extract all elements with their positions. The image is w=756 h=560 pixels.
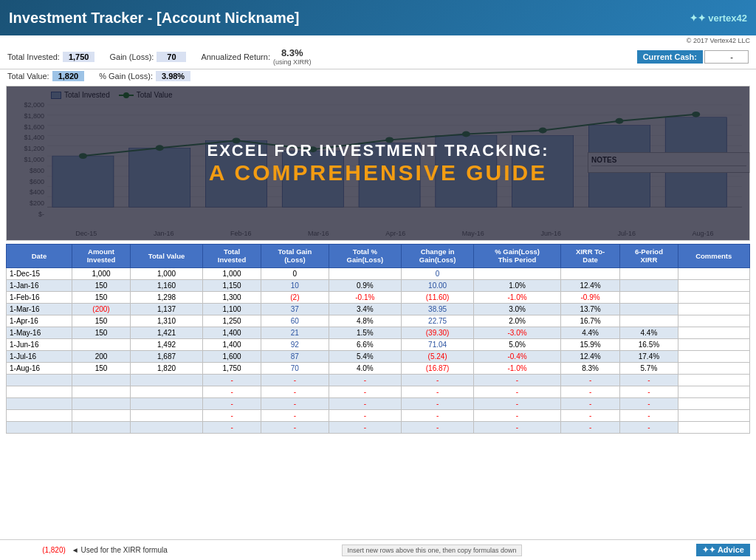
table-cell <box>474 267 561 279</box>
table-cell: 1-Aug-16 <box>7 362 72 374</box>
table-cell <box>620 267 678 279</box>
table-cell: - <box>261 409 329 421</box>
table-cell: - <box>474 386 561 397</box>
table-row: ------- <box>7 421 750 433</box>
table-cell: 70 <box>261 362 329 374</box>
table-cell: 150 <box>72 291 130 303</box>
annualized-return-sub: (using XIRR) <box>273 58 312 66</box>
table-cell: - <box>203 409 261 421</box>
table-cell <box>7 409 72 421</box>
table-row: ------- <box>7 409 750 421</box>
table-cell: -0.4% <box>474 350 561 362</box>
overlay: EXCEL FOR INVESTMENT TRACKING: A COMPREH… <box>7 86 749 240</box>
pct-gain-loss-group: % Gain (Loss): 3.98% <box>99 71 190 81</box>
table-body: 1-Dec-151,0001,0001,000001-Jan-161501,16… <box>7 267 750 433</box>
table-cell: 92 <box>261 338 329 350</box>
table-cell: 4.0% <box>329 362 401 374</box>
table-row: 1-Jan-161501,1601,150100.9%10.001.0%12.4… <box>7 279 750 291</box>
advice-icon: ✦✦ Advice <box>696 544 750 556</box>
table-cell: (16.87) <box>401 362 473 374</box>
gain-loss-group: Gain (Loss): 70 <box>109 52 186 62</box>
table-cell: 1,421 <box>131 327 203 338</box>
table-cell: 12.4% <box>560 350 620 362</box>
table-cell: 1,150 <box>203 279 261 291</box>
table-cell: 4.4% <box>560 327 620 338</box>
table-cell: 22.75 <box>401 315 473 327</box>
gain-loss-value: 70 <box>157 52 186 62</box>
table-cell: 16.7% <box>560 315 620 327</box>
table-cell: 10.00 <box>401 279 473 291</box>
table-cell <box>72 421 130 433</box>
current-cash-label: Current Cash: <box>637 50 703 64</box>
table-cell <box>131 421 203 433</box>
table-row: 1-Feb-161501,2981,300(2)-0.1%(11.60)-1.0… <box>7 291 750 303</box>
table-cell: - <box>203 374 261 386</box>
table-cell: 5.4% <box>329 350 401 362</box>
table-cell: 6.6% <box>329 338 401 350</box>
table-cell: - <box>620 409 678 421</box>
table-cell: 4.4% <box>620 327 678 338</box>
table-cell <box>678 350 750 362</box>
table-cell: 1,000 <box>131 267 203 279</box>
table-cell: - <box>401 421 473 433</box>
table-cell: (200) <box>72 303 130 315</box>
col-change-gain: Change inGain(Loss) <box>401 245 473 268</box>
summary-row1: Total Invested: 1,750 Gain (Loss): 70 An… <box>0 44 756 69</box>
total-value-value: 1,820 <box>52 71 85 81</box>
table-cell: 1.0% <box>474 279 561 291</box>
table-cell <box>678 303 750 315</box>
table-cell <box>678 374 750 386</box>
logo-text: ✦✦ vertex42 <box>690 13 747 24</box>
footer: 1-Aug-16 (1,820) ◄ Used for the XIRR for… <box>0 539 756 560</box>
table-cell: 1,000 <box>72 267 130 279</box>
col-amount: AmountInvested <box>72 245 130 268</box>
table-row: 1-May-161501,4211,400211.5%(39.30)-3.0%4… <box>7 327 750 338</box>
col-total-value: Total Value <box>131 245 203 268</box>
table-cell <box>72 338 130 350</box>
table-cell: (2) <box>261 291 329 303</box>
table-cell <box>131 386 203 397</box>
table-cell: 1,400 <box>203 327 261 338</box>
chart-container: Total Invested Total Value $2,000 $1,800… <box>6 86 750 241</box>
table-cell: 1-Feb-16 <box>7 291 72 303</box>
table-row: 1-Jun-161,4921,400926.6%71.045.0%15.9%16… <box>7 338 750 350</box>
table-cell: - <box>474 421 561 433</box>
table-cell: 150 <box>72 279 130 291</box>
table-cell <box>131 374 203 386</box>
table-row: ------- <box>7 397 750 409</box>
table-cell <box>678 327 750 338</box>
table-cell: 0 <box>261 267 329 279</box>
table-cell: 3.0% <box>474 303 561 315</box>
table-cell <box>678 362 750 374</box>
table-cell: - <box>401 374 473 386</box>
table-cell: - <box>261 421 329 433</box>
pct-gain-loss-value: 3.98% <box>156 71 190 81</box>
table-cell: - <box>329 409 401 421</box>
data-table: Date AmountInvested Total Value TotalInv… <box>6 244 750 434</box>
table-cell: 87 <box>261 350 329 362</box>
table-cell: 21 <box>261 327 329 338</box>
table-cell: 150 <box>72 362 130 374</box>
table-cell: 37 <box>261 303 329 315</box>
table-cell: - <box>620 374 678 386</box>
logo-area: ✦✦ vertex42 <box>690 13 747 24</box>
table-cell: 1-May-16 <box>7 327 72 338</box>
footer-xirr-note: ◄ Used for the XIRR formula <box>72 546 168 554</box>
table-cell: 15.9% <box>560 338 620 350</box>
table-cell <box>7 386 72 397</box>
total-invested-value: 1,750 <box>63 52 95 62</box>
total-value-group: Total Value: 1,820 <box>7 71 84 81</box>
table-cell: 1,137 <box>131 303 203 315</box>
table-cell: 1.5% <box>329 327 401 338</box>
table-cell: - <box>620 386 678 397</box>
app-header: Investment Tracker - [Account Nickname] … <box>0 0 756 35</box>
table-cell <box>7 374 72 386</box>
table-cell <box>678 421 750 433</box>
table-cell: - <box>560 386 620 397</box>
table-cell: 1-Dec-15 <box>7 267 72 279</box>
table-row: 1-Dec-151,0001,0001,00000 <box>7 267 750 279</box>
table-cell: 1,160 <box>131 279 203 291</box>
table-cell: - <box>203 421 261 433</box>
table-cell <box>678 409 750 421</box>
app-title: Investment Tracker - [Account Nickname] <box>9 10 299 27</box>
